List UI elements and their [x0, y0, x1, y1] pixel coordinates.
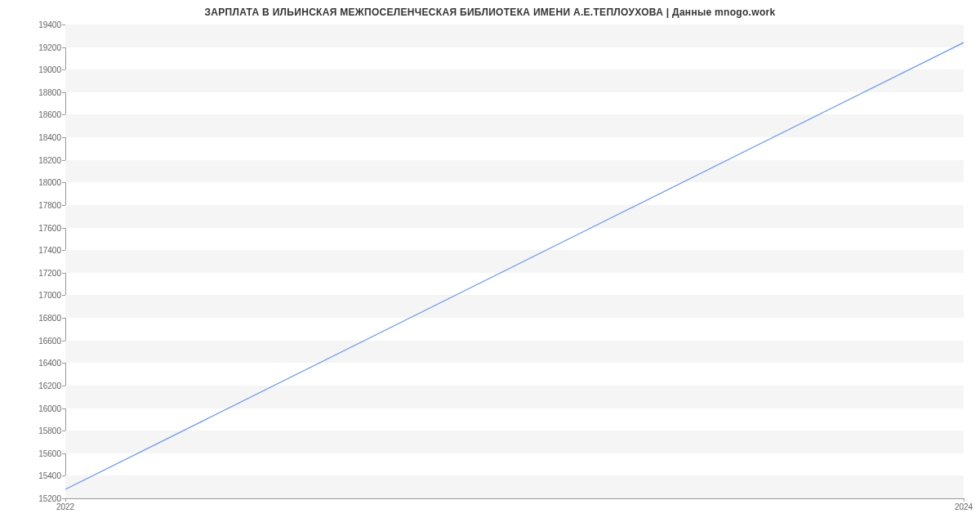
y-tick-mark [62, 137, 65, 138]
y-tick-label: 16200 [12, 381, 61, 390]
y-tick-label: 16400 [12, 359, 61, 368]
y-tick-mark [62, 431, 65, 431]
y-tick-label: 16800 [12, 314, 61, 323]
y-tick-mark [62, 92, 65, 93]
y-tick-mark [62, 318, 65, 319]
y-tick-label: 15800 [12, 426, 61, 435]
y-tick-mark [62, 160, 65, 161]
y-tick-mark [62, 25, 65, 25]
x-axis [65, 498, 964, 499]
y-tick-label: 15600 [12, 448, 61, 457]
y-tick-label: 17200 [12, 268, 61, 277]
data-line [65, 25, 964, 498]
y-tick-mark [62, 228, 65, 229]
y-tick-mark [62, 386, 65, 386]
y-tick-mark [62, 250, 65, 251]
y-tick-mark [62, 475, 65, 476]
y-tick-mark [62, 453, 65, 454]
y-tick-label: 16600 [12, 336, 61, 345]
y-tick-mark [62, 114, 65, 115]
y-tick-mark [62, 182, 65, 183]
y-tick-mark [62, 408, 65, 409]
y-tick-label: 19200 [12, 42, 61, 51]
y-tick-mark [62, 47, 65, 48]
y-tick-label: 18800 [12, 87, 61, 96]
x-tick-label: 2022 [56, 502, 74, 511]
y-tick-mark [62, 341, 65, 341]
y-tick-label: 17800 [12, 200, 61, 209]
y-tick-label: 17600 [12, 223, 61, 232]
y-tick-mark [62, 295, 65, 296]
y-tick-label: 19400 [12, 20, 61, 29]
y-tick-label: 17400 [12, 246, 61, 255]
y-tick-label: 18600 [12, 110, 61, 119]
chart-title: ЗАРПЛАТА В ИЛЬИНСКАЯ МЕЖПОСЕЛЕНЧЕСКАЯ БИ… [0, 7, 980, 18]
y-tick-mark [62, 363, 65, 364]
y-tick-label: 16000 [12, 404, 61, 413]
y-tick-label: 18200 [12, 155, 61, 164]
y-tick-label: 18000 [12, 178, 61, 187]
y-tick-label: 15200 [12, 494, 61, 503]
x-tick-mark [65, 498, 66, 502]
x-tick-mark [964, 498, 964, 502]
x-tick-label: 2024 [955, 502, 973, 511]
y-tick-mark [62, 205, 65, 206]
y-tick-label: 15400 [12, 471, 61, 480]
plot-area [65, 25, 964, 498]
y-tick-label: 17000 [12, 291, 61, 300]
y-tick-mark [62, 69, 65, 70]
y-tick-mark [62, 273, 65, 274]
y-tick-label: 19000 [12, 65, 61, 74]
chart-container: ЗАРПЛАТА В ИЛЬИНСКАЯ МЕЖПОСЕЛЕНЧЕСКАЯ БИ… [0, 0, 980, 531]
y-tick-label: 18400 [12, 133, 61, 142]
